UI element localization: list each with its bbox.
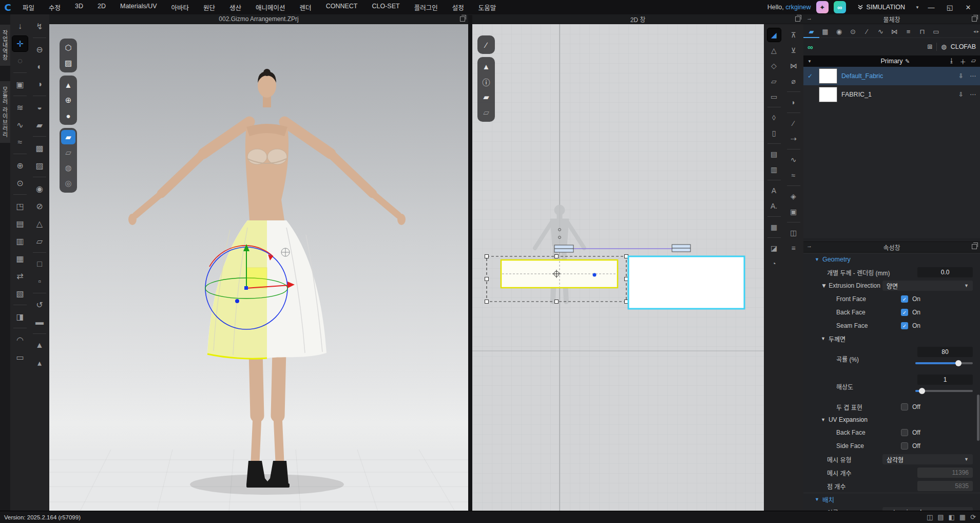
menu-item-1[interactable]: 수정 [42,3,68,12]
menu-item-2[interactable]: 3D [68,3,90,12]
avatar-tape-tool[interactable]: ◒ [32,100,47,115]
avatar-display-icon[interactable]: ◍ [61,161,75,175]
avatar-pose-tool[interactable]: ↯ [32,18,47,34]
ruler-tool[interactable]: ▬ [32,314,47,330]
fabric-section-bar[interactable]: ▼ Primary ✎ ⭳ ＋ ▱ [803,55,980,67]
menu-item-12[interactable]: 플러그인 [407,3,445,12]
fabric-row-Default_Fabric[interactable]: ✓Default_Fabric⇩⋯ [803,67,980,85]
tape-tool[interactable]: ▭ [12,349,28,365]
segment-sewing-tool[interactable]: ∿ [12,117,28,133]
transform-pattern-tool[interactable]: △ [767,44,781,57]
view-cube-icon[interactable]: ⬡ [61,41,75,55]
rectangle-pattern-tool[interactable]: ▭ [767,90,781,103]
undock-object-icon[interactable] [972,16,977,22]
rotate-fold-tool[interactable]: ⇄ [12,268,28,284]
fabric-swatch[interactable] [819,87,837,102]
curve-tool[interactable]: ◠ [12,332,28,347]
menu-item-9[interactable]: 렌더 [293,3,319,12]
avatar-pin-tool[interactable]: ⊖ [32,42,47,57]
3d-viewport[interactable]: ⬡▨▲⊕●▰▱◍◎ [49,24,468,511]
rectangle2-tool[interactable]: ▫ [32,274,47,289]
collapse-icon[interactable]: ▼ [808,59,812,64]
simulation-menu[interactable]: SIMULATION ▼ [857,4,919,11]
slider-knob[interactable] [919,388,925,394]
snap-tab[interactable]: ⊙ [846,26,860,36]
property-value-field[interactable]: 0.0 [917,267,973,277]
free-sew-tool-2d[interactable]: ⊻ [787,44,800,57]
menu-item-6[interactable]: 원단 [196,3,222,12]
segment-sew-tool-2d[interactable]: ⊼ [787,28,800,42]
care-label-tool[interactable]: ◪ [767,241,781,255]
skirt-pattern-2[interactable] [628,256,744,309]
zipper-tool-2d[interactable]: ≡ [787,241,800,255]
import-fabric-icon[interactable]: ⭳ [949,57,955,66]
fabric-texture-icon[interactable]: ▰ [479,90,493,104]
avatar-fit-tool[interactable]: ◐ [32,59,47,74]
add-fabric-icon[interactable]: ＋ [960,57,966,66]
menu-item-14[interactable]: 도움말 [471,3,504,12]
menu-item-8[interactable]: 애니메이션 [248,3,293,12]
show-garment-2d-icon[interactable]: ▲ [479,59,493,73]
trim-arrow-tool[interactable]: ↺ [32,297,47,312]
pin-tool[interactable]: ⊕ [12,158,28,173]
topstitch-tab[interactable]: ∕ [860,26,874,36]
drape-tool[interactable]: ▧ [12,286,28,301]
property-dropdown[interactable]: 삼각형▼ [882,454,973,464]
texture-check-tool[interactable]: ▩ [32,140,47,156]
gizmo-center[interactable] [244,286,248,290]
trace-tool[interactable]: ▯ [767,126,781,140]
topstitch-shirt-tool[interactable]: △ [32,216,47,231]
environment-globe-icon[interactable]: ◎ [61,176,75,191]
gizmo-plane-handle[interactable] [246,268,267,288]
simulate-tool[interactable]: ↓ [12,18,28,34]
grading-text-tool[interactable]: A. [767,199,781,213]
slider-knob[interactable] [955,360,962,366]
rectangle-tool[interactable]: □ [32,256,47,272]
puckering-tab[interactable]: ∿ [874,26,888,36]
tab-scroll-left-icon[interactable]: ◂ [973,29,976,34]
shirring-vertical-tool[interactable]: ∿ [787,153,800,166]
bonding-tab[interactable]: ⋈ [888,26,901,36]
measure-garment-tool[interactable]: ◨ [12,309,28,324]
stitch-diagonal-tool[interactable]: ∕ [787,117,800,130]
pattern-shirt-icon[interactable]: ▨ [61,56,75,70]
select-move-tool[interactable]: ✛ [12,36,28,51]
fabric-save-icon[interactable]: ⇩ [958,72,964,80]
checkbox-on-icon[interactable]: ✓ [901,295,908,303]
free-sewing-tool[interactable]: ≈ [12,135,28,150]
property-section-배치[interactable]: ▼배치 [803,493,980,506]
close-button[interactable]: ✕ [962,4,975,11]
grainline-dot[interactable] [593,273,597,277]
polygon-pattern-tool[interactable]: ▱ [767,74,781,88]
thick-texture-icon[interactable]: ▱ [61,145,75,160]
text-tool[interactable]: A [767,184,781,197]
detect-sew-tool[interactable]: ⌀ [787,74,800,88]
edit-pencil-icon[interactable]: ✎ [905,58,910,65]
textured-surface-icon[interactable]: ▰ [61,130,75,144]
show-avatar-icon[interactable]: ● [61,108,75,123]
dark-fabric-icon[interactable]: ▱ [479,105,493,120]
avatar-vest-tool[interactable]: ◔ [767,257,781,270]
property-dropdown[interactable]: 양면▼ [882,281,973,291]
property-dropdown[interactable]: not assigned▼ [882,507,973,511]
checkbox-off-icon[interactable] [901,442,908,450]
fabric-roll-tool[interactable]: ▰ [32,117,47,133]
menu-item-11[interactable]: CLO-SET [364,3,407,12]
menu-item-4[interactable]: Materials/UV [113,3,164,12]
property-value-field[interactable]: 1 [917,375,973,385]
shirt-a-tool[interactable]: ▲ [32,338,47,353]
sewing-tool[interactable]: ≋ [12,100,28,115]
button-tab[interactable]: ◉ [832,26,846,36]
menu-item-10[interactable]: CONNECT [319,3,365,12]
print-layout-tool[interactable]: ▱ [32,233,47,249]
fabric-folder-icon[interactable]: ▱ [971,57,976,66]
checkbox-off-icon[interactable] [901,403,908,410]
iron-tool[interactable]: ◗ [787,96,800,109]
layout-3d-2d-icon[interactable]: ◫ [927,513,933,521]
layout-quad-icon[interactable]: ▦ [959,513,966,521]
skirt[interactable] [207,220,326,359]
history-window-tab[interactable]: 작업내역창 [0,25,10,66]
fabric-tab[interactable]: ▰ [804,26,818,36]
tack-tool[interactable]: ⊙ [12,175,28,191]
buttonhole-lock-tool[interactable]: ⊘ [32,198,47,214]
